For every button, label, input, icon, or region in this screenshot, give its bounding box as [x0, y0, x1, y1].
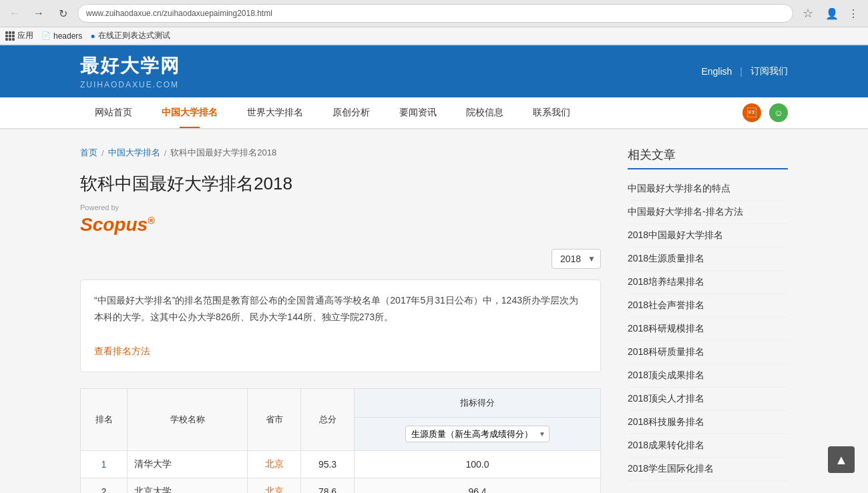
headers-label: headers	[53, 31, 82, 41]
sidebar-link-item: 中国最好大学排名的特点	[628, 177, 788, 201]
sidebar-link-item: 2018中国最好大学排名	[628, 224, 788, 248]
table-row: 2北京大学北京78.696.4	[81, 478, 601, 493]
english-link[interactable]: English	[701, 66, 732, 77]
sidebar-link[interactable]: 2018科研质量排名	[628, 346, 704, 357]
browser-action-buttons: 👤 ⋮	[823, 4, 863, 23]
sidebar-link[interactable]: 2018中国最好大学排名	[628, 229, 723, 240]
site-content: 首页 / 中国大学排名 / 软科中国最好大学排名2018 软科中国最好大学排名2…	[67, 136, 801, 493]
nav-schools[interactable]: 院校信息	[451, 97, 518, 128]
col-indicator-sub-header: 生源质量（新生高考成绩得分）	[355, 417, 601, 450]
scroll-top-button[interactable]: ▲	[828, 446, 855, 473]
sidebar-link[interactable]: 2018科技服务排名	[628, 416, 704, 427]
total-score-cell: 95.3	[301, 450, 355, 478]
nav-social:  ☺	[742, 103, 788, 122]
col-school-header: 学校名称	[128, 388, 248, 450]
col-indicator-group-header: 指标得分	[355, 388, 601, 417]
sidebar: 相关文章 中国最好大学排名的特点中国最好大学排名-排名方法2018中国最好大学排…	[628, 147, 788, 493]
headers-bookmark[interactable]: 📄 headers	[41, 31, 82, 41]
indicator-score-cell: 100.0	[355, 450, 601, 478]
table-row: 1清华大学北京95.3100.0	[81, 450, 601, 478]
sidebar-link[interactable]: 2018顶尖成果排名	[628, 370, 704, 380]
refresh-button[interactable]: ↻	[53, 4, 72, 23]
col-rank-header: 排名	[81, 388, 128, 450]
breadcrumb-section[interactable]: 中国大学排名	[108, 147, 160, 159]
breadcrumb-sep1: /	[101, 148, 104, 158]
sidebar-link[interactable]: 2018社会声誉排名	[628, 300, 704, 310]
regex-icon: ●	[90, 31, 95, 41]
site-nav: 网站首页 中国大学排名 世界大学排名 原创分析 要闻资讯 院校信息 联系我们 …	[0, 97, 868, 129]
back-button[interactable]: ←	[5, 4, 24, 23]
school-name-cell: 北京大学	[128, 478, 248, 493]
sidebar-link[interactable]: 中国最好大学排名的特点	[628, 183, 730, 193]
subscribe-link[interactable]: 订阅我们	[750, 65, 788, 77]
province-link[interactable]: 北京	[265, 486, 284, 493]
bookmark-star[interactable]: ☆	[799, 4, 817, 23]
breadcrumb-current: 软科中国最好大学排名2018	[170, 147, 276, 159]
sidebar-link[interactable]: 2018培养结果排名	[628, 276, 704, 287]
info-box: “中国最好大学排名”的排名范围是教育部公布的全国普通高等学校名单（2017年5月…	[80, 280, 601, 372]
browser-chrome: ← → ↻ www.zuihaodaxue.cn/zuihaodaxuepaim…	[0, 0, 868, 45]
breadcrumb: 首页 / 中国大学排名 / 软科中国最好大学排名2018	[80, 147, 601, 159]
sidebar-link-item: 中国最好大学排名-排名方法	[628, 201, 788, 224]
sidebar-link-item: 2018科研规模排名	[628, 318, 788, 341]
nav-contact[interactable]: 联系我们	[518, 97, 585, 128]
menu-button[interactable]: ⋮	[844, 4, 863, 23]
site-header: 最好大学网 ZUIHAODAXUE.COM English | 订阅我们	[0, 45, 868, 97]
col-total-header: 总分	[301, 388, 355, 450]
indicator-select[interactable]: 生源质量（新生高考成绩得分）	[405, 426, 550, 442]
weibo-button[interactable]: 	[742, 103, 761, 122]
main-content: 首页 / 中国大学排名 / 软科中国最好大学排名2018 软科中国最好大学排名2…	[80, 147, 601, 493]
regex-bookmark[interactable]: ● 在线正则表达式测试	[90, 30, 170, 41]
sidebar-link[interactable]: 2018生源质量排名	[628, 253, 704, 264]
logo-sub: ZUIHAODAXUE.COM	[80, 80, 180, 89]
sidebar-link-item: 2018培养结果排名	[628, 271, 788, 294]
sidebar-link-item: 2018生源质量排名	[628, 248, 788, 271]
browser-toolbar: ← → ↻ www.zuihaodaxue.cn/zuihaodaxuepaim…	[0, 0, 868, 27]
sidebar-link-item: 2018顶尖成果排名	[628, 364, 788, 388]
nav-news[interactable]: 要闻资讯	[385, 97, 451, 128]
school-name-cell: 清华大学	[128, 450, 248, 478]
indicator-dropdown-wrapper: 生源质量（新生高考成绩得分）	[361, 426, 594, 442]
user-button[interactable]: 👤	[823, 4, 841, 23]
sidebar-link-item: 2018科技服务排名	[628, 411, 788, 434]
rank-link[interactable]: 1	[101, 459, 107, 470]
sidebar-link-item: 2018成果转化排名	[628, 434, 788, 458]
header-divider: |	[740, 66, 742, 77]
sidebar-link[interactable]: 2018学生国际化排名	[628, 463, 714, 474]
year-select-wrapper: 2018 2017 2016	[552, 249, 601, 269]
year-selector-row: 2018 2017 2016	[80, 249, 601, 269]
indicator-score-cell: 96.4	[355, 478, 601, 493]
address-bar[interactable]: www.zuihaodaxue.cn/zuihaodaxuepaiming201…	[77, 4, 793, 23]
logo-text: 最好大学网	[80, 53, 180, 79]
nav-world-ranking[interactable]: 世界大学排名	[232, 97, 318, 128]
sidebar-link-item: 2018顶尖人才排名	[628, 388, 788, 411]
sidebar-link[interactable]: 2018科研规模排名	[628, 323, 704, 334]
sidebar-link[interactable]: 2018成果转化排名	[628, 440, 704, 450]
sidebar-link-item: 2018科研质量排名	[628, 341, 788, 364]
bookmarks-bar: 应用 📄 headers ● 在线正则表达式测试	[0, 27, 868, 45]
sidebar-link-item: 2018学生国际化排名	[628, 458, 788, 481]
method-link[interactable]: 查看排名方法	[94, 346, 150, 356]
apps-grid-icon	[5, 31, 15, 41]
breadcrumb-home[interactable]: 首页	[80, 147, 97, 159]
nav-home[interactable]: 网站首页	[80, 97, 147, 128]
apps-label: 应用	[17, 30, 33, 41]
province-link[interactable]: 北京	[265, 458, 284, 469]
sidebar-links: 中国最好大学排名的特点中国最好大学排名-排名方法2018中国最好大学排名2018…	[628, 177, 788, 481]
scopus-logo: Scopus®	[80, 214, 601, 235]
forward-button[interactable]: →	[29, 4, 48, 23]
wechat-button[interactable]: ☺	[769, 103, 788, 122]
apps-bookmark[interactable]: 应用	[5, 30, 33, 41]
breadcrumb-sep2: /	[164, 148, 167, 158]
year-select[interactable]: 2018 2017 2016	[552, 249, 601, 269]
sidebar-link[interactable]: 中国最好大学排名-排名方法	[628, 206, 743, 217]
site-logo[interactable]: 最好大学网 ZUIHAODAXUE.COM	[80, 53, 180, 89]
nav-china-ranking[interactable]: 中国大学排名	[147, 97, 232, 128]
header-links: English | 订阅我们	[701, 65, 788, 77]
info-text: “中国最好大学排名”的排名范围是教育部公布的全国普通高等学校名单（2017年5月…	[94, 292, 587, 326]
sidebar-link[interactable]: 2018顶尖人才排名	[628, 393, 704, 404]
regex-label: 在线正则表达式测试	[98, 30, 170, 41]
indicator-select-wrapper: 生源质量（新生高考成绩得分）	[405, 426, 550, 442]
nav-analysis[interactable]: 原创分析	[318, 97, 385, 128]
rank-cell: 2	[81, 478, 128, 493]
